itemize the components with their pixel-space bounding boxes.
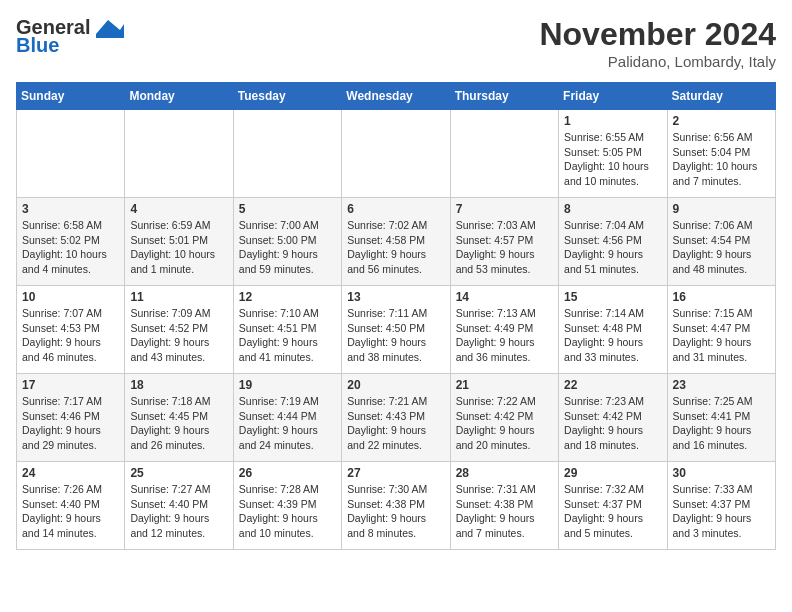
day-number: 9 (673, 202, 770, 216)
calendar-cell: 19Sunrise: 7:19 AM Sunset: 4:44 PM Dayli… (233, 374, 341, 462)
calendar-cell: 15Sunrise: 7:14 AM Sunset: 4:48 PM Dayli… (559, 286, 667, 374)
day-number: 20 (347, 378, 444, 392)
calendar-cell: 20Sunrise: 7:21 AM Sunset: 4:43 PM Dayli… (342, 374, 450, 462)
day-info: Sunrise: 7:04 AM Sunset: 4:56 PM Dayligh… (564, 218, 661, 277)
day-number: 1 (564, 114, 661, 128)
day-info: Sunrise: 7:19 AM Sunset: 4:44 PM Dayligh… (239, 394, 336, 453)
location-subtitle: Palidano, Lombardy, Italy (539, 53, 776, 70)
calendar-cell: 26Sunrise: 7:28 AM Sunset: 4:39 PM Dayli… (233, 462, 341, 550)
day-info: Sunrise: 7:13 AM Sunset: 4:49 PM Dayligh… (456, 306, 553, 365)
weekday-header: Friday (559, 83, 667, 110)
day-info: Sunrise: 7:10 AM Sunset: 4:51 PM Dayligh… (239, 306, 336, 365)
day-info: Sunrise: 7:26 AM Sunset: 4:40 PM Dayligh… (22, 482, 119, 541)
logo-icon (92, 16, 124, 38)
day-info: Sunrise: 7:09 AM Sunset: 4:52 PM Dayligh… (130, 306, 227, 365)
calendar-cell: 14Sunrise: 7:13 AM Sunset: 4:49 PM Dayli… (450, 286, 558, 374)
logo: General Blue (16, 16, 124, 57)
day-number: 27 (347, 466, 444, 480)
day-info: Sunrise: 7:32 AM Sunset: 4:37 PM Dayligh… (564, 482, 661, 541)
day-info: Sunrise: 7:06 AM Sunset: 4:54 PM Dayligh… (673, 218, 770, 277)
day-number: 11 (130, 290, 227, 304)
month-title: November 2024 (539, 16, 776, 53)
day-number: 12 (239, 290, 336, 304)
calendar-cell: 12Sunrise: 7:10 AM Sunset: 4:51 PM Dayli… (233, 286, 341, 374)
day-number: 3 (22, 202, 119, 216)
day-info: Sunrise: 7:33 AM Sunset: 4:37 PM Dayligh… (673, 482, 770, 541)
day-number: 5 (239, 202, 336, 216)
weekday-header: Sunday (17, 83, 125, 110)
title-block: November 2024 Palidano, Lombardy, Italy (539, 16, 776, 70)
day-info: Sunrise: 7:27 AM Sunset: 4:40 PM Dayligh… (130, 482, 227, 541)
calendar-cell (450, 110, 558, 198)
calendar-cell: 13Sunrise: 7:11 AM Sunset: 4:50 PM Dayli… (342, 286, 450, 374)
day-info: Sunrise: 7:11 AM Sunset: 4:50 PM Dayligh… (347, 306, 444, 365)
day-info: Sunrise: 6:58 AM Sunset: 5:02 PM Dayligh… (22, 218, 119, 277)
day-number: 21 (456, 378, 553, 392)
weekday-header: Tuesday (233, 83, 341, 110)
calendar-cell: 16Sunrise: 7:15 AM Sunset: 4:47 PM Dayli… (667, 286, 775, 374)
day-number: 13 (347, 290, 444, 304)
day-number: 15 (564, 290, 661, 304)
calendar-cell: 21Sunrise: 7:22 AM Sunset: 4:42 PM Dayli… (450, 374, 558, 462)
day-info: Sunrise: 7:15 AM Sunset: 4:47 PM Dayligh… (673, 306, 770, 365)
calendar-cell: 1Sunrise: 6:55 AM Sunset: 5:05 PM Daylig… (559, 110, 667, 198)
calendar-week-row: 24Sunrise: 7:26 AM Sunset: 4:40 PM Dayli… (17, 462, 776, 550)
calendar-table: SundayMondayTuesdayWednesdayThursdayFrid… (16, 82, 776, 550)
day-info: Sunrise: 7:02 AM Sunset: 4:58 PM Dayligh… (347, 218, 444, 277)
calendar-cell (342, 110, 450, 198)
day-number: 26 (239, 466, 336, 480)
day-number: 4 (130, 202, 227, 216)
day-number: 19 (239, 378, 336, 392)
calendar-cell: 7Sunrise: 7:03 AM Sunset: 4:57 PM Daylig… (450, 198, 558, 286)
day-info: Sunrise: 7:00 AM Sunset: 5:00 PM Dayligh… (239, 218, 336, 277)
weekday-header: Wednesday (342, 83, 450, 110)
day-number: 16 (673, 290, 770, 304)
day-number: 8 (564, 202, 661, 216)
calendar-cell: 4Sunrise: 6:59 AM Sunset: 5:01 PM Daylig… (125, 198, 233, 286)
day-number: 17 (22, 378, 119, 392)
calendar-cell: 10Sunrise: 7:07 AM Sunset: 4:53 PM Dayli… (17, 286, 125, 374)
calendar-cell: 29Sunrise: 7:32 AM Sunset: 4:37 PM Dayli… (559, 462, 667, 550)
day-number: 6 (347, 202, 444, 216)
day-number: 2 (673, 114, 770, 128)
calendar-week-row: 1Sunrise: 6:55 AM Sunset: 5:05 PM Daylig… (17, 110, 776, 198)
day-number: 10 (22, 290, 119, 304)
calendar-cell: 17Sunrise: 7:17 AM Sunset: 4:46 PM Dayli… (17, 374, 125, 462)
day-number: 14 (456, 290, 553, 304)
day-number: 29 (564, 466, 661, 480)
calendar-cell: 8Sunrise: 7:04 AM Sunset: 4:56 PM Daylig… (559, 198, 667, 286)
day-info: Sunrise: 7:28 AM Sunset: 4:39 PM Dayligh… (239, 482, 336, 541)
day-info: Sunrise: 6:55 AM Sunset: 5:05 PM Dayligh… (564, 130, 661, 189)
day-info: Sunrise: 7:03 AM Sunset: 4:57 PM Dayligh… (456, 218, 553, 277)
calendar-week-row: 10Sunrise: 7:07 AM Sunset: 4:53 PM Dayli… (17, 286, 776, 374)
day-info: Sunrise: 7:25 AM Sunset: 4:41 PM Dayligh… (673, 394, 770, 453)
logo-blue-text: Blue (16, 34, 59, 57)
weekday-header: Thursday (450, 83, 558, 110)
calendar-week-row: 3Sunrise: 6:58 AM Sunset: 5:02 PM Daylig… (17, 198, 776, 286)
day-info: Sunrise: 7:23 AM Sunset: 4:42 PM Dayligh… (564, 394, 661, 453)
calendar-cell: 6Sunrise: 7:02 AM Sunset: 4:58 PM Daylig… (342, 198, 450, 286)
calendar-cell: 28Sunrise: 7:31 AM Sunset: 4:38 PM Dayli… (450, 462, 558, 550)
calendar-cell: 23Sunrise: 7:25 AM Sunset: 4:41 PM Dayli… (667, 374, 775, 462)
calendar-cell: 22Sunrise: 7:23 AM Sunset: 4:42 PM Dayli… (559, 374, 667, 462)
calendar-cell: 5Sunrise: 7:00 AM Sunset: 5:00 PM Daylig… (233, 198, 341, 286)
calendar-cell (125, 110, 233, 198)
day-info: Sunrise: 7:07 AM Sunset: 4:53 PM Dayligh… (22, 306, 119, 365)
calendar-cell: 3Sunrise: 6:58 AM Sunset: 5:02 PM Daylig… (17, 198, 125, 286)
calendar-cell: 9Sunrise: 7:06 AM Sunset: 4:54 PM Daylig… (667, 198, 775, 286)
day-number: 24 (22, 466, 119, 480)
calendar-cell: 27Sunrise: 7:30 AM Sunset: 4:38 PM Dayli… (342, 462, 450, 550)
calendar-header-row: SundayMondayTuesdayWednesdayThursdayFrid… (17, 83, 776, 110)
day-info: Sunrise: 6:56 AM Sunset: 5:04 PM Dayligh… (673, 130, 770, 189)
day-info: Sunrise: 7:18 AM Sunset: 4:45 PM Dayligh… (130, 394, 227, 453)
calendar-cell (17, 110, 125, 198)
calendar-cell: 11Sunrise: 7:09 AM Sunset: 4:52 PM Dayli… (125, 286, 233, 374)
day-info: Sunrise: 7:22 AM Sunset: 4:42 PM Dayligh… (456, 394, 553, 453)
calendar-cell: 2Sunrise: 6:56 AM Sunset: 5:04 PM Daylig… (667, 110, 775, 198)
calendar-cell: 18Sunrise: 7:18 AM Sunset: 4:45 PM Dayli… (125, 374, 233, 462)
calendar-cell: 25Sunrise: 7:27 AM Sunset: 4:40 PM Dayli… (125, 462, 233, 550)
page-header: General Blue November 2024 Palidano, Lom… (16, 16, 776, 70)
day-number: 7 (456, 202, 553, 216)
day-number: 30 (673, 466, 770, 480)
svg-marker-0 (96, 20, 124, 38)
